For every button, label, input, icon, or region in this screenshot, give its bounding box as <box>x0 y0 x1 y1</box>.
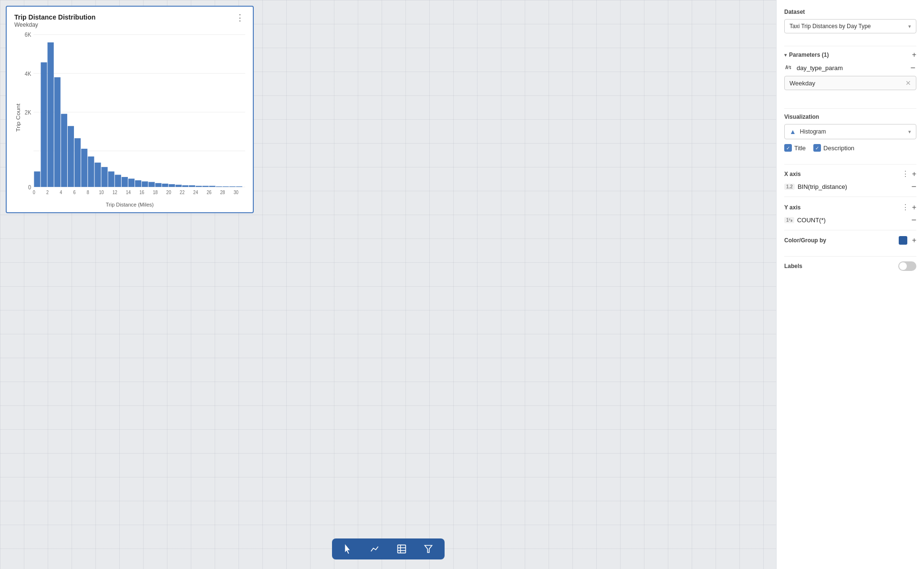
y-axis-section: Y axis ⋮ + 1²₃ COUNT(*) − <box>784 203 916 230</box>
y-axis-section-label: Y axis <box>784 204 800 211</box>
color-group-right: + <box>899 236 916 245</box>
param-name-label: day_type_param <box>797 64 843 72</box>
cursor-icon <box>343 544 353 554</box>
param-remove-button[interactable]: − <box>910 63 915 72</box>
svg-text:2K: 2K <box>25 109 31 116</box>
svg-rect-38 <box>223 186 229 187</box>
svg-rect-14 <box>61 114 67 187</box>
svg-text:18: 18 <box>153 189 157 195</box>
svg-text:14: 14 <box>126 189 131 195</box>
parameters-collapse-arrow[interactable]: ▾ <box>784 52 787 58</box>
svg-text:A↯: A↯ <box>785 64 792 71</box>
histogram-icon: ▲ <box>789 128 796 135</box>
x-axis-label: Trip Distance (Miles) <box>14 202 245 207</box>
filter-tool-button[interactable] <box>420 542 437 556</box>
visualization-section: Visualization ▲ Histogram ▾ ✓ Title ✓ De… <box>784 114 916 152</box>
svg-rect-30 <box>169 184 175 187</box>
svg-text:0: 0 <box>33 189 36 195</box>
y-axis-controls: ⋮ + <box>902 203 916 212</box>
svg-rect-20 <box>102 167 108 187</box>
line-chart-tool-button[interactable] <box>366 542 384 556</box>
svg-rect-31 <box>176 185 182 187</box>
description-checkbox[interactable]: ✓ <box>813 144 821 152</box>
y-axis-field-left: 1²₃ COUNT(*) <box>784 217 826 224</box>
description-checkbox-item[interactable]: ✓ Description <box>813 144 854 152</box>
chart-title: Trip Distance Distribution <box>14 13 95 21</box>
title-checkbox[interactable]: ✓ <box>784 144 792 152</box>
svg-rect-12 <box>48 42 54 187</box>
y-axis-add-button[interactable]: + <box>912 204 916 211</box>
svg-text:24: 24 <box>193 189 198 195</box>
histogram-container: 6K 4K 2K 0 Trip Count <box>14 29 245 201</box>
chart-titles: Trip Distance Distribution Weekday <box>14 13 95 28</box>
cursor-tool-button[interactable] <box>340 542 357 556</box>
x-field-remove-button[interactable]: − <box>911 182 916 191</box>
y-axis-menu-button[interactable]: ⋮ <box>902 203 909 212</box>
svg-text:6: 6 <box>73 189 76 195</box>
visualization-label: Visualization <box>784 114 916 120</box>
svg-rect-27 <box>148 182 155 187</box>
table-icon <box>397 544 406 554</box>
dataset-section-label: Dataset <box>784 9 916 15</box>
labels-toggle[interactable] <box>898 261 916 271</box>
viz-dropdown-arrow: ▾ <box>908 129 911 135</box>
chart-menu-button[interactable]: ⋮ <box>235 13 245 22</box>
svg-rect-17 <box>81 149 87 187</box>
labels-section-label: Labels <box>784 263 802 269</box>
dataset-dropdown-arrow: ▾ <box>908 23 911 30</box>
svg-rect-29 <box>162 184 168 187</box>
chart-header: Trip Distance Distribution Weekday ⋮ <box>14 13 245 28</box>
param-name-row: A↯ day_type_param <box>785 64 843 72</box>
color-group-label: Color/Group by <box>784 237 826 244</box>
svg-rect-39 <box>229 186 236 187</box>
y-field-remove-button[interactable]: − <box>911 216 916 224</box>
color-group-add-button[interactable]: + <box>912 237 916 244</box>
svg-rect-26 <box>142 181 148 187</box>
filter-icon <box>424 544 433 554</box>
svg-rect-37 <box>216 186 222 187</box>
x-axis-header: X axis ⋮ + <box>784 169 916 178</box>
svg-text:6K: 6K <box>25 31 31 39</box>
x-axis-field-left: 1.2 BIN(trip_distance) <box>784 183 847 190</box>
svg-text:12: 12 <box>113 189 117 195</box>
param-value-text: Weekday <box>789 80 815 87</box>
viz-type-label: Histogram <box>800 128 826 135</box>
param-clear-button[interactable]: ✕ <box>905 79 911 87</box>
table-tool-button[interactable] <box>393 542 410 556</box>
divider-4 <box>784 256 916 257</box>
main-canvas: Trip Distance Distribution Weekday ⋮ 6K … <box>0 0 776 569</box>
param-row: A↯ day_type_param − <box>784 63 916 72</box>
svg-rect-35 <box>202 186 208 187</box>
svg-rect-32 <box>182 185 188 186</box>
param-value-row[interactable]: Weekday ✕ <box>784 76 916 90</box>
checkbox-row: ✓ Title ✓ Description <box>784 144 916 152</box>
viz-type-dropdown[interactable]: ▲ Histogram ▾ <box>784 124 916 139</box>
svg-text:20: 20 <box>166 189 172 195</box>
svg-rect-23 <box>122 177 128 187</box>
svg-text:22: 22 <box>180 189 185 195</box>
parameters-header: ▾ Parameters (1) + <box>784 51 916 59</box>
divider-2 <box>784 108 916 109</box>
svg-rect-28 <box>155 183 161 187</box>
parameters-section: ▾ Parameters (1) + A↯ day_type_param − W… <box>784 51 916 96</box>
svg-rect-16 <box>74 138 81 187</box>
svg-rect-13 <box>54 77 61 187</box>
y-field-type-badge: 1²₃ <box>784 217 794 223</box>
svg-rect-24 <box>128 179 135 187</box>
dataset-dropdown[interactable]: Taxi Trip Distances by Day Type ▾ <box>784 19 916 33</box>
divider-1 <box>784 46 916 46</box>
x-axis-menu-button[interactable]: ⋮ <box>902 169 909 178</box>
x-field-name: BIN(trip_distance) <box>798 183 847 190</box>
title-checkbox-item[interactable]: ✓ Title <box>784 144 806 152</box>
right-panel: Dataset Taxi Trip Distances by Day Type … <box>776 0 924 569</box>
description-checkbox-label: Description <box>823 145 854 152</box>
svg-rect-21 <box>108 171 114 187</box>
svg-rect-18 <box>88 156 94 187</box>
x-axis-controls: ⋮ + <box>902 169 916 178</box>
svg-text:2: 2 <box>46 189 49 195</box>
parameters-add-button[interactable]: + <box>912 51 916 59</box>
color-swatch[interactable] <box>899 236 907 245</box>
viz-type-left: ▲ Histogram <box>789 128 826 135</box>
x-axis-add-button[interactable]: + <box>912 170 916 178</box>
y-axis-field-row: 1²₃ COUNT(*) − <box>784 216 916 224</box>
